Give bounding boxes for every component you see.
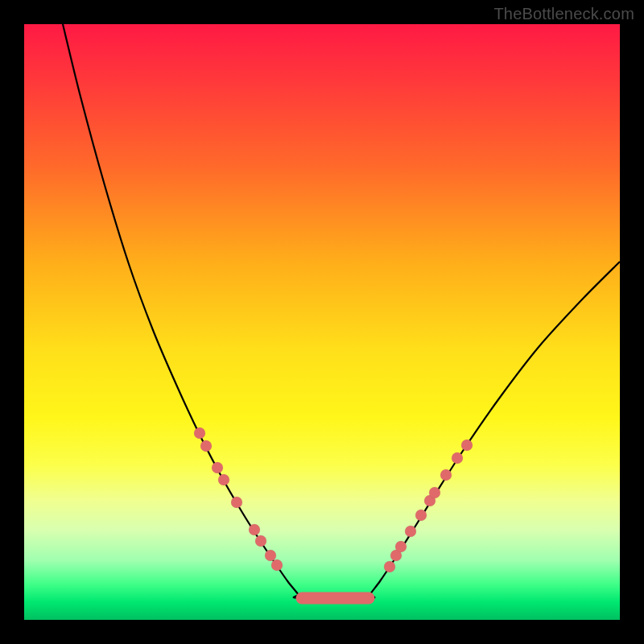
chart-frame: TheBottleneck.com	[0, 0, 644, 644]
data-dot-right	[429, 487, 440, 498]
data-dots-group	[194, 427, 473, 572]
data-dot-left	[255, 535, 266, 547]
data-dot-right	[461, 440, 473, 451]
data-dot-left	[265, 550, 276, 561]
data-dot-left	[271, 559, 283, 571]
data-dot-right	[384, 561, 395, 572]
data-dot-left	[249, 524, 260, 535]
plot-area	[24, 24, 620, 620]
data-dot-left	[200, 440, 212, 452]
data-dot-right	[415, 510, 427, 521]
data-dot-left	[231, 497, 242, 508]
data-dot-right	[395, 541, 407, 552]
data-dot-left	[194, 427, 205, 439]
data-dot-right	[452, 452, 463, 464]
data-dot-right	[440, 469, 452, 481]
data-dot-right	[405, 526, 416, 537]
bottleneck-curve	[63, 24, 620, 599]
data-dot-left	[212, 462, 223, 473]
data-dot-left	[218, 474, 229, 485]
watermark-text: TheBottleneck.com	[493, 5, 634, 23]
curve-svg	[24, 24, 620, 620]
